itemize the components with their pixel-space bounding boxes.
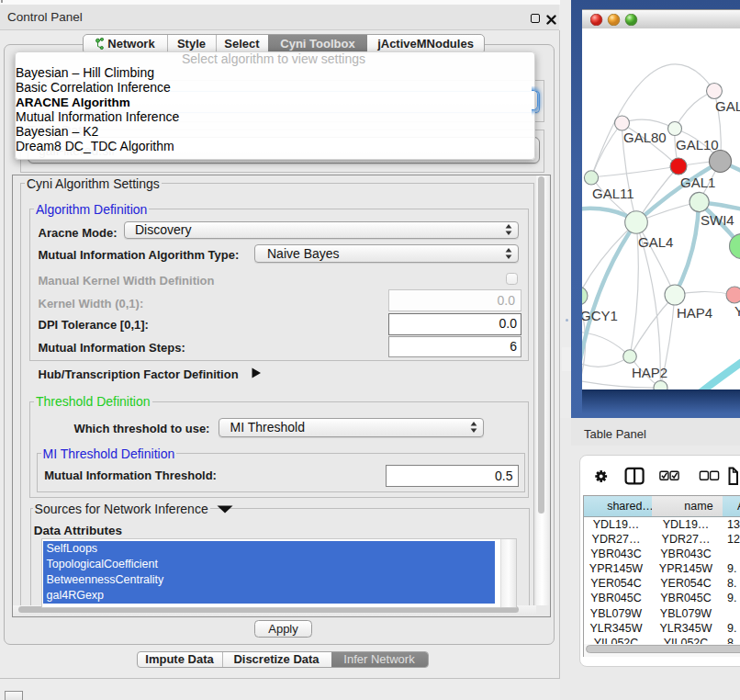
svg-text:GAL11: GAL11	[592, 186, 634, 201]
svg-text:HAP4: HAP4	[677, 305, 712, 321]
svg-text:GCY1: GCY1	[582, 308, 618, 323]
svg-text:GAL80: GAL80	[623, 130, 667, 145]
svg-text:GAL10: GAL10	[676, 137, 719, 152]
svg-text:SWI4: SWI4	[701, 212, 734, 228]
svg-text:HAP2: HAP2	[632, 365, 667, 380]
svg-text:GAL4: GAL4	[638, 234, 673, 250]
svg-text:GAL: GAL	[715, 98, 740, 114]
svg-text:GAL1: GAL1	[680, 175, 715, 190]
svg-text:Y: Y	[734, 303, 740, 319]
